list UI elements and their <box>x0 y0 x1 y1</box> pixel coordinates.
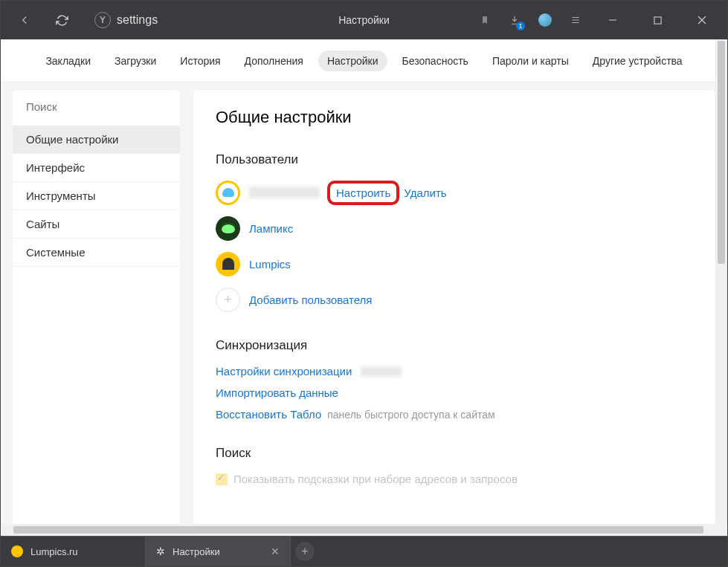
downloads-icon[interactable]: 1 <box>509 14 521 26</box>
back-button[interactable] <box>16 11 33 29</box>
sidebar-item-general[interactable]: Общие настройки <box>13 126 180 154</box>
search-input[interactable] <box>26 100 167 113</box>
search-section: Поиск Показывать подсказки при наборе ад… <box>216 446 693 485</box>
vertical-scrollbar[interactable] <box>715 39 727 525</box>
titlebar: Y settings Настройки 1 <box>1 1 727 39</box>
tab-passwords[interactable]: Пароли и карты <box>483 51 578 71</box>
tab-history[interactable]: История <box>171 51 229 71</box>
configure-user-link[interactable]: Настроить <box>327 181 399 205</box>
yandex-logo-icon: Y <box>94 12 111 28</box>
users-section: Пользователи Настроить Удалить Лампикс L… <box>216 152 693 313</box>
sync-title: Синхронизация <box>216 338 693 353</box>
browser-tab-settings[interactable]: ✲ Настройки ✕ <box>146 537 291 567</box>
window-title: Настройки <box>338 14 390 26</box>
tab-addons[interactable]: Дополнения <box>236 51 312 71</box>
sidebar-item-interface[interactable]: Интерфейс <box>13 154 180 182</box>
tab-settings[interactable]: Настройки <box>318 51 387 71</box>
user-avatar-icon <box>216 252 240 276</box>
user-link[interactable]: Лампикс <box>249 222 293 235</box>
user-link[interactable]: Lumpics <box>249 258 291 270</box>
svg-rect-0 <box>654 16 660 23</box>
reload-button[interactable] <box>53 11 71 29</box>
import-data-link[interactable]: Импортировать данные <box>216 386 338 399</box>
bookmark-icon[interactable] <box>479 14 491 26</box>
browser-tab-lumpics[interactable]: Lumpics.ru <box>1 537 146 567</box>
sidebar-item-system[interactable]: Системные <box>13 239 180 267</box>
add-user-link[interactable]: Добавить пользователя <box>249 294 372 306</box>
main-panel: Общие настройки Пользователи Настроить У… <box>193 90 715 525</box>
content-area: Общие настройки Интерфейс Инструменты Са… <box>1 82 727 525</box>
close-button[interactable] <box>689 9 715 31</box>
tab-downloads[interactable]: Загрузки <box>106 51 165 71</box>
delete-user-link[interactable]: Удалить <box>404 187 446 199</box>
sync-status-redacted <box>361 366 402 377</box>
sidebar-item-tools[interactable]: Инструменты <box>13 182 180 210</box>
maximize-button[interactable] <box>644 9 671 31</box>
address-bar[interactable]: Y settings <box>94 12 158 28</box>
restore-hint: панель быстрого доступа к сайтам <box>327 409 495 421</box>
sidebar-search[interactable] <box>13 90 180 120</box>
user-avatar-icon <box>216 216 240 241</box>
restore-tableau-link[interactable]: Восстановить Табло <box>216 408 321 421</box>
profile-avatar-icon[interactable] <box>538 13 552 27</box>
checkbox-icon[interactable] <box>216 473 228 485</box>
tab-devices[interactable]: Другие устройства <box>584 51 692 71</box>
minimize-button[interactable] <box>599 9 626 31</box>
tab-security[interactable]: Безопасность <box>393 51 477 71</box>
add-user-row[interactable]: + Добавить пользователя <box>216 286 693 313</box>
user-row-current: Настроить Удалить <box>216 179 693 206</box>
user-row: Лампикс <box>216 215 693 242</box>
new-tab-button[interactable]: + <box>295 542 315 561</box>
horizontal-scrollbar[interactable] <box>1 524 727 536</box>
sync-section: Синхронизация Настройки синхронизации Им… <box>216 338 693 421</box>
user-row: Lumpics <box>216 250 693 277</box>
menu-icon[interactable] <box>570 14 582 26</box>
add-icon: + <box>216 288 240 312</box>
sidebar-item-sites[interactable]: Сайты <box>13 210 180 239</box>
tab-bookmarks[interactable]: Закладки <box>36 51 100 71</box>
users-title: Пользователи <box>216 152 693 167</box>
tab-label: Настройки <box>173 546 220 557</box>
settings-tabs: Закладки Загрузки История Дополнения Нас… <box>1 39 727 82</box>
user-name-redacted <box>249 187 320 198</box>
address-text: settings <box>117 13 158 27</box>
gear-icon: ✲ <box>156 545 165 557</box>
user-avatar-icon <box>216 181 240 205</box>
checkbox-label: Показывать подсказки при наборе адресов … <box>233 473 518 485</box>
page-heading: Общие настройки <box>216 108 693 127</box>
search-title: Поиск <box>216 446 693 461</box>
browser-tabs: Lumpics.ru ✲ Настройки ✕ + <box>1 536 727 566</box>
downloads-badge: 1 <box>516 22 525 30</box>
sidebar: Общие настройки Интерфейс Инструменты Са… <box>13 90 180 525</box>
search-suggestions-checkbox-row[interactable]: Показывать подсказки при наборе адресов … <box>216 473 693 485</box>
close-tab-icon[interactable]: ✕ <box>271 545 280 557</box>
tab-label: Lumpics.ru <box>30 546 78 557</box>
favicon-icon <box>11 545 23 557</box>
sync-settings-link[interactable]: Настройки синхронизации <box>216 365 352 378</box>
